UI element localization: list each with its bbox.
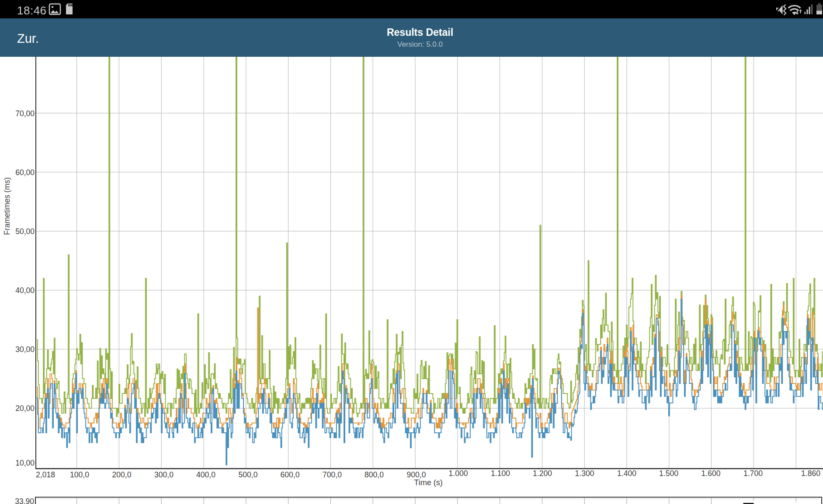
svg-text:60,00: 60,00 — [15, 168, 35, 177]
svg-text:1.700: 1.700 — [743, 469, 763, 478]
svg-text:30,00: 30,00 — [15, 345, 35, 354]
svg-text:900,0: 900,0 — [407, 470, 426, 479]
svg-text:400,0: 400,0 — [196, 470, 215, 479]
svg-text:600,0: 600,0 — [281, 470, 300, 479]
svg-text:1.860: 1.860 — [801, 469, 820, 478]
svg-text:1.600: 1.600 — [701, 469, 721, 478]
svg-text:1.100: 1.100 — [491, 469, 510, 478]
svg-text:40,00: 40,00 — [15, 286, 35, 295]
svg-text:Time (s): Time (s) — [414, 478, 442, 487]
svg-text:100,0: 100,0 — [70, 470, 89, 479]
svg-text:1.400: 1.400 — [617, 469, 636, 478]
svg-text:50,00: 50,00 — [15, 227, 35, 236]
svg-text:2,018: 2,018 — [36, 470, 55, 479]
svg-text:500,0: 500,0 — [239, 470, 258, 479]
svg-text:200,0: 200,0 — [112, 470, 132, 479]
svg-text:1.300: 1.300 — [575, 469, 594, 478]
svg-text:10,00: 10,00 — [15, 459, 35, 467]
svg-text:1.000: 1.000 — [449, 469, 468, 478]
svg-text:20,00: 20,00 — [15, 404, 35, 413]
svg-text:800,0: 800,0 — [365, 470, 384, 479]
svg-text:1.200: 1.200 — [533, 469, 552, 478]
svg-text:1.500: 1.500 — [659, 469, 678, 478]
svg-text:70,00: 70,00 — [15, 109, 35, 118]
svg-text:33.90: 33.90 — [15, 497, 34, 504]
svg-text:300,0: 300,0 — [154, 470, 174, 479]
svg-text:700,0: 700,0 — [323, 470, 342, 479]
svg-text:Frametimes (ms): Frametimes (ms) — [3, 177, 11, 235]
